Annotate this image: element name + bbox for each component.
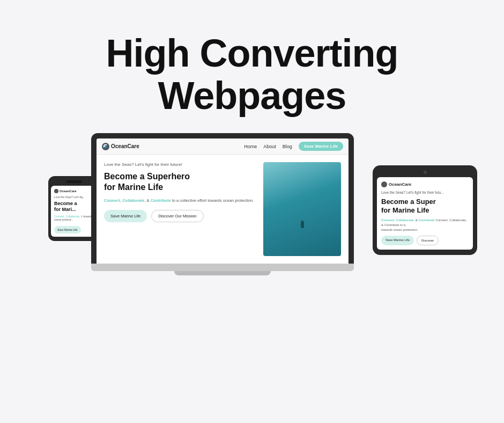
browser-hero-title: Become a Superhero for Marine Life xyxy=(104,171,256,192)
browser-hero-buttons: Save Marine Life Discover Our Mission xyxy=(104,210,256,222)
devices-container: OceanCare Love the Seas? Let's fig... Be… xyxy=(21,133,483,364)
browser-logo-icon: 🌊 xyxy=(102,143,109,150)
tablet-link-connect: Connect xyxy=(381,218,394,222)
nav-about[interactable]: About xyxy=(263,144,276,149)
page-headline: High Converting Webpages xyxy=(106,32,398,117)
tablet-links: Connect, Collaborate, & Contribute Conne… xyxy=(381,218,469,232)
tablet-logo-icon xyxy=(381,181,387,187)
headline-line2: Webpages xyxy=(158,74,346,117)
tablet-link-collaborate: Collaborate xyxy=(396,218,413,222)
nav-cta-button[interactable]: Save Marine Life xyxy=(299,142,343,151)
tablet-tagline: Love the Seas? Let's fight for their fut… xyxy=(381,191,469,194)
tablet-buttons: Save Marine Life Discover xyxy=(381,236,469,245)
browser-navbar: 🌊 OceanCare Home About Blog Save Marine … xyxy=(97,138,349,155)
browser-hero-section: Love the Seas? Let's fight for their fut… xyxy=(97,155,349,264)
tablet-secondary-button[interactable]: Discover xyxy=(417,236,439,245)
nav-home[interactable]: Home xyxy=(244,144,257,149)
laptop-mockup: 🌊 OceanCare Home About Blog Save Marine … xyxy=(91,133,354,275)
headline-line1: High Converting xyxy=(106,32,398,75)
laptop-base xyxy=(91,264,354,271)
browser-hero-text: Love the Seas? Let's fight for their fut… xyxy=(104,162,256,256)
tablet-camera xyxy=(424,171,427,174)
phone-tagline: Love the Seas? Let's fig... xyxy=(54,195,93,199)
link-connect: Connect xyxy=(104,198,120,203)
underwater-diver-figure xyxy=(301,221,304,228)
browser-hero-image xyxy=(263,162,341,256)
tablet-link-contribute: Contribute xyxy=(418,218,434,222)
tablet-headline: Become a Super for Marine Life xyxy=(381,198,469,214)
tablet-screen: OceanCare Love the Seas? Let's fight for… xyxy=(377,177,473,249)
tablet-brand: OceanCare xyxy=(381,181,469,187)
tablet-primary-button[interactable]: Save Marine Life xyxy=(381,236,414,245)
phone-notch xyxy=(66,180,82,183)
browser-brand: 🌊 OceanCare xyxy=(102,143,139,150)
browser-window: 🌊 OceanCare Home About Blog Save Marine … xyxy=(97,138,349,264)
hero-primary-button[interactable]: Save Marine Life xyxy=(104,210,147,222)
phone-links: Connect, Collaborate, & towards ocean pr… xyxy=(54,215,93,221)
browser-links-line: Connect, Collaborate, & Contribute to a … xyxy=(104,198,256,203)
phone-logo-icon xyxy=(54,189,58,193)
tablet-mockup: OceanCare Love the Seas? Let's fight for… xyxy=(373,165,477,254)
laptop-stand xyxy=(174,271,271,275)
nav-blog[interactable]: Blog xyxy=(283,144,292,149)
phone-brand: OceanCare xyxy=(54,189,93,193)
browser-tagline: Love the Seas? Let's fight for their fut… xyxy=(104,162,256,167)
hero-secondary-button[interactable]: Discover Our Mission xyxy=(151,210,203,222)
browser-nav-links: Home About Blog Save Marine Life xyxy=(244,142,343,151)
phone-cta-button[interactable]: Save Marine Life xyxy=(54,226,81,234)
phone-screen: OceanCare Love the Seas? Let's fig... Be… xyxy=(51,186,97,237)
link-contribute: Contribute xyxy=(151,198,171,203)
phone-headline: Become a for Mari... xyxy=(54,201,93,213)
link-collaborate: Collaborate xyxy=(122,198,144,203)
